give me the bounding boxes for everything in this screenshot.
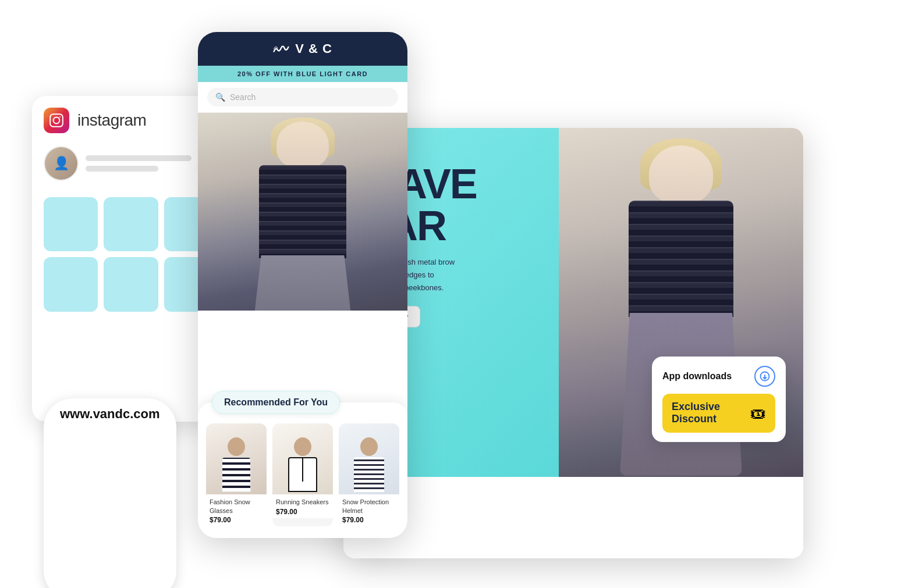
instagram-brand-name: instagram	[77, 111, 146, 130]
product-price-1: $79.00	[210, 516, 263, 524]
svg-rect-0	[50, 114, 63, 127]
product-name-2: Running Sneakers	[276, 498, 329, 506]
mobile-hero-image	[198, 113, 407, 311]
product-name-1: Fashion Snow Glasses	[210, 498, 263, 515]
url-text: www.vandc.com	[60, 407, 160, 421]
product-info-2: Running Sneakers $79.00	[272, 494, 333, 518]
product-info-3: Snow Protection Helmet $79.00	[339, 494, 399, 526]
product-card-2[interactable]: Running Sneakers $79.00	[272, 423, 333, 526]
product-card-3[interactable]: Snow Protection Helmet $79.00	[339, 423, 399, 526]
vc-logo-icon	[273, 43, 289, 55]
exclusive-discount-button[interactable]: ExclusiveDiscount 🎟	[662, 394, 775, 433]
svg-point-2	[59, 116, 61, 117]
avatar-placeholder: 👤	[45, 147, 77, 180]
ig-grid-item	[44, 257, 98, 311]
app-download-badge[interactable]: App downloads ExclusiveDiscount 🎟	[652, 357, 786, 442]
product-image-1	[206, 423, 267, 494]
ig-line-2	[86, 166, 158, 172]
product-price-2: $79.00	[276, 508, 329, 516]
website-bottom	[343, 477, 803, 558]
ig-line-1	[86, 155, 191, 161]
search-placeholder-text: Search	[230, 92, 256, 102]
product-grid: Fashion Snow Glasses $79.00	[206, 423, 399, 526]
product-image-2	[272, 423, 333, 494]
instagram-logo-icon	[44, 108, 69, 133]
search-bar[interactable]: 🔍 Search	[207, 88, 398, 106]
product-price-3: $79.00	[342, 516, 396, 524]
product-info-1: Fashion Snow Glasses $79.00	[206, 494, 267, 526]
coupon-icon: 🎟	[750, 404, 766, 423]
mobile-promo-bar: 20% OFF WITH BLUE LIGHT CARD	[198, 66, 407, 82]
ig-grid-item	[104, 257, 158, 311]
search-icon: 🔍	[215, 92, 225, 102]
website-url-pill[interactable]: www.vandc.com	[44, 398, 176, 588]
mobile-search-area: 🔍 Search	[198, 82, 407, 113]
svg-point-1	[54, 117, 60, 124]
ig-grid-item	[44, 197, 98, 251]
mobile-app-card: V & C 20% OFF WITH BLUE LIGHT CARD 🔍 Sea…	[198, 32, 407, 538]
mobile-recommended-section: Recommended For You Fashion Snow Glasses…	[198, 402, 407, 538]
mobile-brand-name: V & C	[295, 41, 332, 56]
website-card: WAVE EAR eatures a stylish metal brow an…	[343, 128, 803, 558]
avatar: 👤	[44, 146, 79, 181]
recommended-bubble: Recommended For You	[212, 391, 340, 414]
exclusive-discount-label: ExclusiveDiscount	[672, 401, 720, 426]
product-name-3: Snow Protection Helmet	[342, 498, 396, 515]
app-download-title: App downloads	[662, 371, 732, 382]
scene: instagram 👤 www.vandc.com	[0, 0, 908, 588]
app-download-header: App downloads	[662, 366, 775, 387]
product-card-1[interactable]: Fashion Snow Glasses $79.00	[206, 423, 267, 526]
recommended-label: Recommended For You	[224, 397, 328, 407]
download-icon[interactable]	[754, 366, 775, 387]
ig-grid-item	[104, 197, 158, 251]
product-image-3	[339, 423, 399, 494]
mobile-top-bar: V & C	[198, 32, 407, 66]
